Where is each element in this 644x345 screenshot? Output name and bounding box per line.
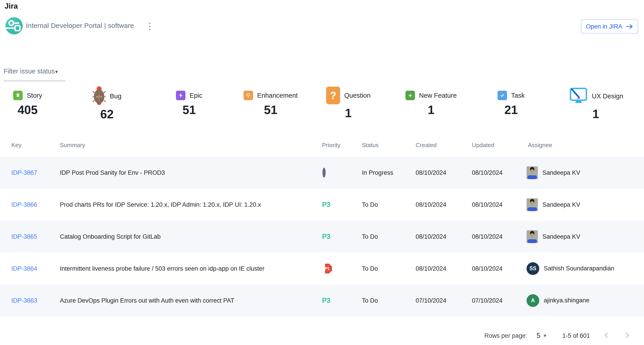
- issue-status: To Do: [362, 265, 378, 272]
- pagination-range: 1-5 of 601: [562, 332, 590, 339]
- issue-table: IDP-3867 IDP Post Prod Sanity for Env - …: [0, 157, 644, 317]
- assignee-cell: Sandeepa KV: [526, 230, 580, 243]
- assignee-name: Sandeepa KV: [542, 233, 580, 240]
- table-row: IDP-3867 IDP Post Prod Sanity for Env - …: [0, 157, 644, 189]
- caret-down-icon: ▾: [55, 69, 58, 75]
- column-header-created: Created: [416, 142, 437, 149]
- bug-icon: </>: [92, 86, 106, 106]
- counter-value: 51: [182, 103, 196, 117]
- entity-logo: [6, 17, 23, 34]
- open-in-jira-label: Open in JIRA: [586, 23, 622, 30]
- column-header-summary: Summary: [60, 142, 85, 149]
- column-header-priority: Priority: [322, 142, 340, 149]
- checkmark-icon: [498, 91, 507, 100]
- bookmark-icon: [13, 91, 23, 100]
- counter-label: Enhancement: [257, 92, 298, 99]
- counter-ux-design: UX Design 1: [568, 87, 623, 121]
- table-row: IDP-3866 Prod charts PRs for IDP Service…: [0, 189, 644, 221]
- assignee-name: Sandeepa KV: [542, 169, 580, 176]
- counter-bug: </> Bug 62: [92, 86, 122, 121]
- rows-per-page-value: 5: [536, 332, 540, 340]
- assignee-cell: Sandeepa KV: [526, 166, 580, 179]
- issue-summary: Intermittent liveness probe failure / 50…: [60, 265, 264, 272]
- lightning-icon: [176, 91, 186, 100]
- counter-epic: Epic 51: [176, 91, 202, 117]
- table-row: IDP-3865 Catalog Onboarding Script for G…: [0, 221, 644, 253]
- counter-value: 405: [18, 103, 38, 117]
- counter-label: Story: [27, 92, 42, 99]
- issue-updated: 08/10/2024: [472, 265, 502, 272]
- table-row: IDP-3864 Intermittent liveness probe fai…: [0, 253, 644, 285]
- column-header-updated: Updated: [472, 142, 494, 149]
- counter-enhancement: Enhancement 51: [244, 91, 298, 117]
- issue-updated: 08/10/2024: [472, 233, 502, 240]
- chevron-left-icon[interactable]: [602, 331, 610, 340]
- issue-key-link[interactable]: IDP-3867: [11, 169, 37, 176]
- priority-p3-badge: P3: [322, 233, 330, 241]
- counter-task: Task 21: [498, 91, 525, 117]
- issue-updated: 08/10/2024: [472, 169, 502, 176]
- issue-status: To Do: [362, 233, 378, 240]
- avatar: SS: [526, 262, 539, 275]
- jira-plugin-page: { "header": { "title": "Jira", "entity_n…: [0, 0, 644, 345]
- issue-created: 08/10/2024: [416, 265, 446, 272]
- avatar: [526, 166, 538, 179]
- assignee-cell: A ajinkya.shingane: [526, 294, 589, 307]
- question-mark-icon: ?: [326, 87, 340, 104]
- table-header: Key Summary Priority Status Created Upda…: [0, 139, 644, 151]
- issue-updated: 07/10/2024: [472, 297, 502, 304]
- counter-new-feature: + New Feature 1: [406, 91, 457, 117]
- counter-label: Bug: [110, 92, 122, 100]
- assignee-cell: Sandeepa KV: [526, 198, 580, 211]
- caret-down-icon: ▼: [543, 333, 547, 339]
- issue-key-link[interactable]: IDP-3864: [11, 265, 37, 272]
- priority-p3-badge: P3: [322, 297, 330, 305]
- counter-story: Story 405: [13, 91, 42, 117]
- rows-per-page-label: Rows per page:: [484, 332, 527, 339]
- filter-label: Filter issue status: [4, 67, 55, 75]
- priority-p3-badge: P3: [322, 201, 330, 209]
- avatar: [526, 198, 538, 211]
- svg-text:</>: </>: [96, 95, 102, 99]
- counter-value: 21: [504, 103, 518, 117]
- issue-key-link[interactable]: IDP-3863: [11, 297, 37, 304]
- counter-value: 1: [345, 106, 352, 120]
- issue-summary: Prod charts PRs for IDP Service: 1.20.x,…: [60, 201, 261, 208]
- issue-status: To Do: [362, 297, 378, 304]
- assignee-name: Sathish Soundarapandian: [544, 265, 614, 272]
- arrow-right-icon: [626, 23, 633, 29]
- filter-issue-status-dropdown[interactable]: Filter issue status▾: [4, 67, 65, 75]
- priority-ring-icon: [322, 169, 326, 176]
- table-row: IDP-3863 Azure DevOps Plugin Errors out …: [0, 285, 644, 317]
- avatar: A: [526, 294, 539, 307]
- pagination-bar: Rows per page: 5 ▼ 1-5 of 601: [0, 328, 644, 344]
- issue-created: 07/10/2024: [416, 297, 446, 304]
- issue-status: In Progress: [362, 169, 393, 176]
- issue-created: 08/10/2024: [416, 233, 446, 240]
- counter-value: 51: [264, 103, 277, 117]
- plus-icon: +: [406, 91, 415, 100]
- avatar: [526, 230, 538, 243]
- issue-summary: IDP Post Prod Sanity for Env - PROD3: [60, 169, 165, 176]
- assignee-cell: SS Sathish Soundarapandian: [526, 262, 614, 275]
- assignee-name: ajinkya.shingane: [544, 297, 589, 304]
- counter-label: Question: [344, 92, 370, 99]
- counter-question: ? Question 1: [326, 87, 370, 120]
- assignee-name: Sandeepa KV: [542, 201, 580, 208]
- issue-created: 08/10/2024: [416, 169, 446, 176]
- counter-label: Task: [511, 92, 525, 99]
- counter-label: UX Design: [592, 92, 623, 100]
- rows-per-page-select[interactable]: 5 ▼: [536, 332, 547, 340]
- chevron-right-icon[interactable]: [623, 331, 631, 340]
- priority-p1-badge: P1: [322, 264, 332, 274]
- counter-label: Epic: [190, 92, 202, 99]
- issue-key-link[interactable]: IDP-3866: [11, 201, 37, 208]
- page-title: Jira: [4, 2, 18, 10]
- open-in-jira-button[interactable]: Open in JIRA: [581, 19, 638, 33]
- issue-updated: 08/10/2024: [472, 201, 502, 208]
- issue-key-link[interactable]: IDP-3865: [11, 233, 37, 240]
- workflow-icon: [6, 17, 23, 34]
- column-header-key: Key: [11, 142, 22, 149]
- kebab-menu-icon[interactable]: [147, 21, 152, 32]
- column-header-status: Status: [362, 142, 379, 149]
